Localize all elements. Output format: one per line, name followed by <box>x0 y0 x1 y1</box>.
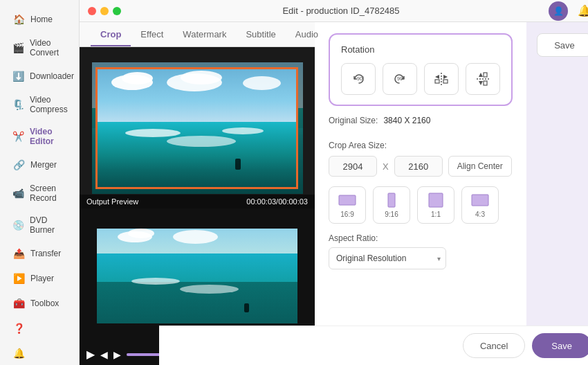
tab-watermark[interactable]: Watermark <box>173 22 236 46</box>
output-cloud-2 <box>128 229 154 238</box>
svg-marker-3 <box>435 75 439 79</box>
sidebar-item-video-compress-label: Video Compress <box>30 95 68 114</box>
svg-rect-13 <box>388 193 395 207</box>
aspect-ratio-label: Aspect Ratio: <box>329 233 513 243</box>
crop-width-input[interactable] <box>329 156 377 177</box>
sidebar-item-downloader[interactable]: ⬇️ Downloader <box>4 64 75 88</box>
cancel-button[interactable]: Cancel <box>463 333 525 358</box>
next-frame-button[interactable]: ▶ <box>113 349 121 360</box>
sidebar-item-notification[interactable]: 🔔 <box>4 341 75 365</box>
minimize-button[interactable] <box>100 7 109 15</box>
aspect-4-3-label: 4:3 <box>475 211 485 218</box>
notification-bell-icon[interactable]: 🔔 <box>575 1 588 21</box>
tab-subtitle[interactable]: Subtitle <box>236 22 285 46</box>
svg-text:90°: 90° <box>397 76 405 81</box>
sidebar-item-home[interactable]: 🏠 Home <box>4 8 75 31</box>
save-button[interactable]: Save <box>532 333 588 358</box>
sidebar-item-video-convert[interactable]: 🎬 Video Convert <box>4 33 75 63</box>
user-avatar[interactable]: 👤 <box>549 1 568 21</box>
svg-rect-6 <box>443 80 448 83</box>
surfer-silhouette <box>235 159 241 170</box>
aspect-16-9-button[interactable]: 16:9 <box>329 186 366 224</box>
output-preview <box>80 208 315 344</box>
svg-rect-10 <box>484 73 487 77</box>
sidebar-item-dvd-burner-label: DVD Burner <box>30 215 66 235</box>
sidebar-item-toolbox[interactable]: 🧰 Toolbox <box>4 292 75 315</box>
aspect-16-9-icon <box>338 193 357 208</box>
flip-h-icon <box>432 70 450 88</box>
sidebar-item-video-compress[interactable]: 🗜️ Video Compress <box>4 89 75 120</box>
tab-crop[interactable]: Crop <box>91 22 131 46</box>
window-title: Edit - production ID_4782485 <box>282 6 399 16</box>
aspect-1-1-button[interactable]: 1:1 <box>417 186 454 224</box>
sidebar-item-merger-label: Merger <box>30 160 57 170</box>
output-video-bg <box>97 219 297 333</box>
crop-area-section: Crop Area Size: X Align Center <box>329 141 513 177</box>
aspect-4-3-button[interactable]: 4:3 <box>461 186 499 224</box>
timestamp: 00:00:03/00:00:03 <box>246 197 308 206</box>
flip-horizontal-button[interactable] <box>424 63 459 95</box>
close-button[interactable] <box>88 7 96 15</box>
sidebar-item-player[interactable]: ▶️ Player <box>4 267 75 290</box>
sidebar-item-transfer[interactable]: 📤 Transfer <box>4 242 75 265</box>
svg-marker-8 <box>479 73 483 77</box>
video-preview-area: Output Preview 00:00:03/00:00:03 <box>80 47 315 208</box>
svg-marker-9 <box>479 81 483 85</box>
sidebar: 🏠 Home 🎬 Video Convert ⬇️ Downloader 🗜️ … <box>0 0 80 365</box>
screen-record-icon: 📹 <box>12 187 24 199</box>
output-label-bar: Output Preview 00:00:03/00:00:03 <box>80 195 315 208</box>
sidebar-item-player-label: Player <box>30 274 54 283</box>
sidebar-item-help[interactable]: ❓ <box>4 317 75 340</box>
output-cloud-3 <box>173 230 218 244</box>
rotation-buttons: 90° 90° <box>341 63 500 95</box>
player-icon: ▶️ <box>12 272 25 285</box>
rotation-label: Rotation <box>341 44 500 55</box>
sidebar-item-video-editor[interactable]: ✂️ Video Editor <box>4 121 75 152</box>
sky-area <box>98 69 296 123</box>
cloud-4 <box>181 71 222 84</box>
save-top-button[interactable]: Save <box>537 33 588 57</box>
flip-vertical-button[interactable] <box>466 63 500 95</box>
sidebar-item-home-label: Home <box>30 15 53 24</box>
rotation-section: Rotation 90° 90° <box>329 33 513 106</box>
original-size-value: 3840 X 2160 <box>383 116 430 125</box>
prev-frame-button[interactable]: ◀ <box>100 349 108 360</box>
sidebar-item-merger[interactable]: 🔗 Merger <box>4 153 75 177</box>
tab-effect[interactable]: Effect <box>131 22 173 46</box>
svg-rect-11 <box>484 81 487 85</box>
titlebar: Edit - production ID_4782485 👤 🔔 <box>80 0 588 22</box>
crop-frame[interactable] <box>95 67 298 189</box>
home-icon: 🏠 <box>12 13 25 26</box>
right-panel: Rotation 90° 90° <box>315 22 526 365</box>
crop-area-inputs: X Align Center <box>329 156 513 177</box>
help-icon: ❓ <box>12 322 25 335</box>
svg-text:90°: 90° <box>357 76 365 81</box>
aspect-presets: 16:9 9:16 1:1 <box>329 186 513 224</box>
rotate-cw-icon: 90° <box>391 70 409 88</box>
main-window: Edit - production ID_4782485 👤 🔔 Crop Ef… <box>80 0 588 365</box>
maximize-button[interactable] <box>113 7 121 15</box>
ocean-area <box>98 122 296 187</box>
sidebar-item-screen-record[interactable]: 📹 Screen Record <box>4 178 75 208</box>
transfer-icon: 📤 <box>12 247 25 260</box>
compress-icon: 🗜️ <box>12 98 24 111</box>
window-controls <box>88 7 121 15</box>
right-side-panel: Save Start All <box>526 22 588 365</box>
sidebar-item-screen-record-label: Screen Record <box>30 184 66 203</box>
aspect-9-16-button[interactable]: 9:16 <box>373 186 410 224</box>
downloader-icon: ⬇️ <box>12 70 24 82</box>
output-surfer <box>244 303 249 312</box>
tab-audio[interactable]: Audio <box>286 22 328 46</box>
rotate-ccw-button[interactable]: 90° <box>341 63 376 95</box>
titlebar-right: 👤 🔔 <box>549 1 588 21</box>
crop-height-input[interactable] <box>394 156 443 177</box>
original-size-label: Original Size: <box>329 116 378 125</box>
rotate-cw-button[interactable]: 90° <box>383 63 417 95</box>
aspect-ratio-select[interactable]: Original Resolution 16:9 9:16 4:3 1:1 21… <box>329 247 446 269</box>
play-button[interactable]: ▶ <box>86 348 95 361</box>
cloud-5 <box>243 76 281 90</box>
align-center-button[interactable]: Align Center <box>448 156 512 177</box>
sidebar-item-dvd-burner[interactable]: 💿 DVD Burner <box>4 210 75 240</box>
aspect-4-3-icon <box>470 193 490 208</box>
flip-v-icon <box>474 70 492 88</box>
